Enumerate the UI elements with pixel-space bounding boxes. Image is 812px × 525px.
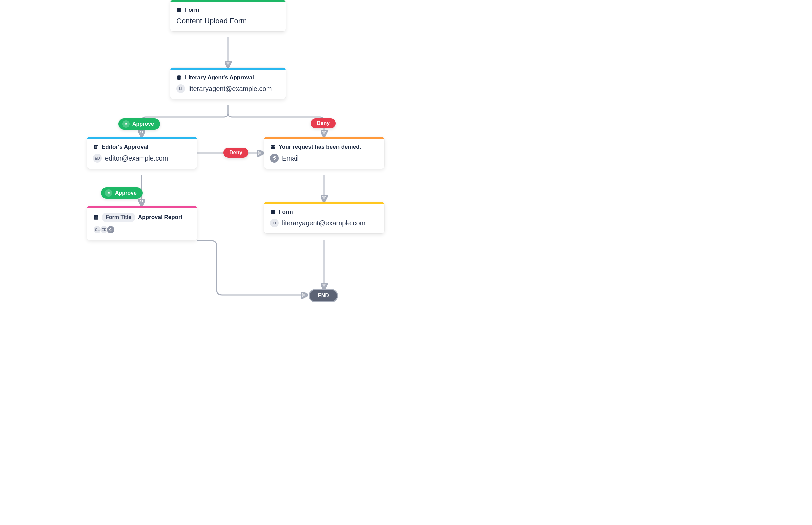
end-node: END <box>309 289 338 302</box>
approval-icon <box>93 144 99 150</box>
avatar: ED <box>93 154 102 163</box>
form-icon <box>176 7 183 13</box>
pill-approve[interactable]: Approve <box>101 187 143 199</box>
svg-rect-22 <box>272 212 274 212</box>
node-literary-agent[interactable]: Literary Agent's Approval LI literaryage… <box>170 68 286 99</box>
svg-rect-6 <box>178 9 181 9</box>
pill-label: Approve <box>132 121 154 127</box>
node-form-back[interactable]: Form LI literaryagent@example.com <box>264 202 384 234</box>
node-editor[interactable]: Editor's Approval ED editor@example.com <box>87 137 197 168</box>
svg-rect-14 <box>95 147 96 148</box>
node-title: Approval Report <box>138 214 183 221</box>
chart-icon <box>93 214 99 220</box>
stamp-icon <box>122 120 130 128</box>
pill-label: Deny <box>317 120 330 126</box>
svg-rect-13 <box>95 146 96 147</box>
stamp-icon <box>105 189 112 197</box>
node-type-label: Form <box>185 7 200 13</box>
node-title: Editor's Approval <box>102 144 149 150</box>
node-email: editor@example.com <box>105 154 168 162</box>
svg-rect-19 <box>97 217 97 219</box>
approval-icon <box>176 75 183 80</box>
workflow-canvas: Form Content Upload Form Literary Agent'… <box>0 0 488 315</box>
node-email: literaryagent@example.com <box>188 85 272 93</box>
pill-label: Deny <box>229 150 242 156</box>
pill-deny[interactable]: Deny <box>311 118 336 129</box>
svg-rect-21 <box>272 211 274 211</box>
node-email: literaryagent@example.com <box>282 219 365 227</box>
svg-rect-18 <box>96 216 96 219</box>
svg-rect-10 <box>178 77 180 77</box>
end-label: END <box>318 292 329 299</box>
pill-label: Approve <box>115 190 137 196</box>
mail-icon <box>270 144 276 150</box>
node-type-label: Form <box>279 209 293 215</box>
svg-rect-24 <box>125 124 127 125</box>
chip-form-title: Form Title <box>102 213 135 222</box>
avatar: LI <box>270 219 279 227</box>
svg-rect-7 <box>178 10 181 10</box>
node-form-start[interactable]: Form Content Upload Form <box>170 0 286 31</box>
node-title: Content Upload Form <box>170 15 286 31</box>
node-denied[interactable]: Your request has been denied. Email <box>264 137 384 168</box>
form-icon <box>270 209 276 215</box>
svg-rect-8 <box>178 11 180 11</box>
node-title: Your request has been denied. <box>279 144 361 150</box>
svg-rect-26 <box>108 193 110 194</box>
svg-rect-11 <box>178 78 180 78</box>
svg-point-25 <box>108 192 109 193</box>
node-report[interactable]: Form Title Approval Report CL ED <box>87 206 197 240</box>
pill-approve[interactable]: Approve <box>118 118 160 130</box>
pill-deny[interactable]: Deny <box>223 148 248 158</box>
link-icon <box>270 154 279 163</box>
svg-point-23 <box>125 123 127 124</box>
link-icon <box>106 225 115 234</box>
node-title: Literary Agent's Approval <box>185 74 254 81</box>
avatar: LI <box>176 84 185 93</box>
node-sublabel: Email <box>282 154 299 162</box>
svg-rect-17 <box>95 217 95 219</box>
avatar-group: CL ED <box>87 225 197 240</box>
